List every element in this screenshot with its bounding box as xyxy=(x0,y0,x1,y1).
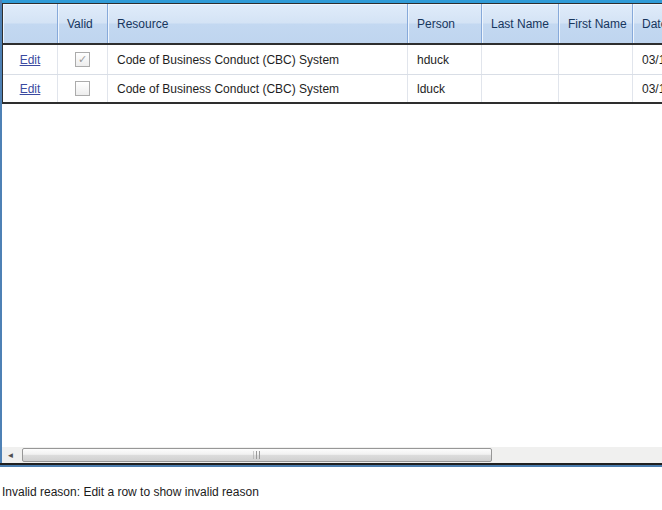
horizontal-scrollbar[interactable]: ◄ xyxy=(2,447,662,463)
grid-control: Valid Resource Person Last Name First Na… xyxy=(2,3,662,463)
first-name-cell xyxy=(559,45,633,74)
column-header-valid[interactable]: Valid xyxy=(58,4,108,43)
valid-cell xyxy=(58,75,108,102)
column-header-date-label: Date xyxy=(642,17,662,31)
scrollbar-thumb[interactable] xyxy=(22,448,492,462)
column-header-resource-label: Resource xyxy=(117,17,168,31)
first-name-cell xyxy=(559,75,633,102)
valid-cell: ✓ xyxy=(58,45,108,74)
edit-link[interactable]: Edit xyxy=(20,53,41,67)
checkbox-check-icon: ✓ xyxy=(78,54,87,65)
person-value: hduck xyxy=(417,53,449,67)
date-cell: 03/1 xyxy=(633,45,662,74)
edit-link[interactable]: Edit xyxy=(20,82,41,96)
resource-cell: Code of Business Conduct (CBC) System xyxy=(108,45,408,74)
column-header-date[interactable]: Date xyxy=(633,4,662,43)
last-name-cell xyxy=(482,45,559,74)
date-cell: 03/1 xyxy=(633,75,662,102)
scroll-left-button[interactable]: ◄ xyxy=(2,447,19,463)
resource-cell: Code of Business Conduct (CBC) System xyxy=(108,75,408,102)
column-header-valid-label: Valid xyxy=(67,17,93,31)
screen: Valid Resource Person Last Name First Na… xyxy=(0,0,662,510)
table-row: Edit ✓ Code of Business Conduct (CBC) Sy… xyxy=(3,45,662,75)
data-grid: Valid Resource Person Last Name First Na… xyxy=(2,3,662,104)
scrollbar-grip-icon xyxy=(254,451,261,459)
column-header-edit[interactable] xyxy=(3,4,58,43)
date-value: 03/1 xyxy=(642,53,662,67)
column-header-last-name[interactable]: Last Name xyxy=(482,4,559,43)
table-row: Edit Code of Business Conduct (CBC) Syst… xyxy=(3,75,662,104)
scroll-left-arrow-icon: ◄ xyxy=(7,451,15,460)
grid-header-row: Valid Resource Person Last Name First Na… xyxy=(3,4,662,45)
date-value: 03/1 xyxy=(642,82,662,96)
column-header-person[interactable]: Person xyxy=(408,4,482,43)
bottom-border-blue xyxy=(0,465,662,467)
column-header-first-name-label: First Name xyxy=(568,17,627,31)
person-cell: hduck xyxy=(408,45,482,74)
column-header-first-name[interactable]: First Name xyxy=(559,4,633,43)
column-header-last-name-label: Last Name xyxy=(491,17,549,31)
edit-cell: Edit xyxy=(3,75,58,102)
valid-checkbox-checked[interactable]: ✓ xyxy=(75,52,90,67)
person-value: lduck xyxy=(417,82,445,96)
edit-cell: Edit xyxy=(3,45,58,74)
invalid-reason-status: Invalid reason: Edit a row to show inval… xyxy=(2,485,259,499)
resource-value: Code of Business Conduct (CBC) System xyxy=(117,53,339,67)
valid-checkbox-unchecked[interactable] xyxy=(75,81,90,96)
resource-value: Code of Business Conduct (CBC) System xyxy=(117,82,339,96)
column-header-person-label: Person xyxy=(417,17,455,31)
last-name-cell xyxy=(482,75,559,102)
column-header-resource[interactable]: Resource xyxy=(108,4,408,43)
person-cell: lduck xyxy=(408,75,482,102)
